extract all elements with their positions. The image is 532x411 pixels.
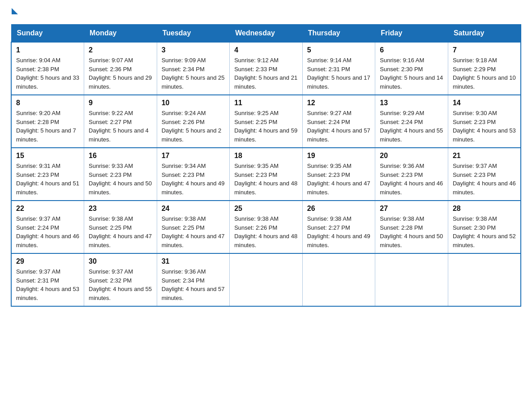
day-number: 16	[89, 152, 152, 160]
day-info: Sunrise: 9:36 AMSunset: 2:34 PMDaylight:…	[162, 267, 225, 302]
day-info: Sunrise: 9:29 AMSunset: 2:24 PMDaylight:…	[380, 109, 443, 144]
day-info: Sunrise: 9:34 AMSunset: 2:23 PMDaylight:…	[162, 162, 225, 197]
logo-triangle-icon	[12, 8, 18, 14]
day-info: Sunrise: 9:38 AMSunset: 2:25 PMDaylight:…	[89, 214, 152, 249]
calendar-day-cell: 22Sunrise: 9:37 AMSunset: 2:24 PMDayligh…	[11, 201, 84, 253]
day-number: 20	[380, 152, 443, 160]
calendar-day-cell: 3Sunrise: 9:09 AMSunset: 2:34 PMDaylight…	[157, 42, 230, 95]
calendar-week-row: 22Sunrise: 9:37 AMSunset: 2:24 PMDayligh…	[11, 201, 521, 253]
day-info: Sunrise: 9:18 AMSunset: 2:29 PMDaylight:…	[453, 56, 516, 91]
day-number: 15	[16, 152, 79, 160]
day-number: 18	[234, 152, 298, 160]
day-info: Sunrise: 9:38 AMSunset: 2:25 PMDaylight:…	[162, 214, 225, 249]
calendar-day-header: Sunday	[11, 25, 84, 43]
day-info: Sunrise: 9:24 AMSunset: 2:26 PMDaylight:…	[162, 109, 225, 144]
day-info: Sunrise: 9:38 AMSunset: 2:28 PMDaylight:…	[380, 214, 443, 249]
day-number: 27	[380, 205, 443, 213]
calendar-table: SundayMondayTuesdayWednesdayThursdayFrid…	[11, 24, 521, 307]
day-number: 24	[162, 205, 225, 213]
calendar-day-cell: 19Sunrise: 9:35 AMSunset: 2:23 PMDayligh…	[302, 148, 375, 201]
calendar-day-cell: 13Sunrise: 9:29 AMSunset: 2:24 PMDayligh…	[375, 95, 448, 148]
day-info: Sunrise: 9:35 AMSunset: 2:23 PMDaylight:…	[234, 162, 298, 197]
day-info: Sunrise: 9:31 AMSunset: 2:23 PMDaylight:…	[16, 162, 79, 197]
day-info: Sunrise: 9:38 AMSunset: 2:30 PMDaylight:…	[453, 214, 516, 249]
calendar-day-cell	[230, 253, 303, 306]
calendar-day-cell: 24Sunrise: 9:38 AMSunset: 2:25 PMDayligh…	[157, 201, 230, 253]
day-info: Sunrise: 9:30 AMSunset: 2:23 PMDaylight:…	[453, 109, 516, 144]
calendar-day-cell: 25Sunrise: 9:38 AMSunset: 2:26 PMDayligh…	[230, 201, 303, 253]
day-info: Sunrise: 9:27 AMSunset: 2:24 PMDaylight:…	[307, 109, 371, 144]
day-info: Sunrise: 9:16 AMSunset: 2:30 PMDaylight:…	[380, 56, 443, 91]
calendar-day-cell: 29Sunrise: 9:37 AMSunset: 2:31 PMDayligh…	[11, 253, 84, 306]
day-number: 23	[89, 205, 152, 213]
day-number: 26	[307, 205, 371, 213]
calendar-day-cell: 5Sunrise: 9:14 AMSunset: 2:31 PMDaylight…	[302, 42, 375, 95]
calendar-day-cell: 16Sunrise: 9:33 AMSunset: 2:23 PMDayligh…	[84, 148, 157, 201]
calendar-day-cell: 9Sunrise: 9:22 AMSunset: 2:27 PMDaylight…	[84, 95, 157, 148]
day-info: Sunrise: 9:14 AMSunset: 2:31 PMDaylight:…	[307, 56, 371, 91]
day-number: 3	[162, 46, 225, 54]
day-number: 29	[16, 257, 79, 265]
day-info: Sunrise: 9:07 AMSunset: 2:36 PMDaylight:…	[89, 56, 152, 91]
day-info: Sunrise: 9:35 AMSunset: 2:23 PMDaylight:…	[307, 162, 371, 197]
calendar-day-cell: 10Sunrise: 9:24 AMSunset: 2:26 PMDayligh…	[157, 95, 230, 148]
calendar-day-cell: 28Sunrise: 9:38 AMSunset: 2:30 PMDayligh…	[448, 201, 521, 253]
day-info: Sunrise: 9:37 AMSunset: 2:32 PMDaylight:…	[89, 267, 152, 302]
day-number: 6	[380, 46, 443, 54]
day-number: 7	[453, 46, 516, 54]
day-number: 30	[89, 257, 152, 265]
day-number: 19	[307, 152, 371, 160]
calendar-header-row: SundayMondayTuesdayWednesdayThursdayFrid…	[11, 25, 521, 43]
calendar-day-cell: 7Sunrise: 9:18 AMSunset: 2:29 PMDaylight…	[448, 42, 521, 95]
calendar-week-row: 15Sunrise: 9:31 AMSunset: 2:23 PMDayligh…	[11, 148, 521, 201]
day-info: Sunrise: 9:37 AMSunset: 2:31 PMDaylight:…	[16, 267, 79, 302]
calendar-day-cell: 17Sunrise: 9:34 AMSunset: 2:23 PMDayligh…	[157, 148, 230, 201]
calendar-day-header: Tuesday	[157, 25, 230, 43]
calendar-day-cell: 26Sunrise: 9:38 AMSunset: 2:27 PMDayligh…	[302, 201, 375, 253]
calendar-week-row: 1Sunrise: 9:04 AMSunset: 2:38 PMDaylight…	[11, 42, 521, 95]
day-info: Sunrise: 9:22 AMSunset: 2:27 PMDaylight:…	[89, 109, 152, 144]
day-number: 14	[453, 99, 516, 107]
calendar-day-header: Friday	[375, 25, 448, 43]
day-number: 13	[380, 99, 443, 107]
day-info: Sunrise: 9:37 AMSunset: 2:23 PMDaylight:…	[453, 162, 516, 197]
calendar-day-cell: 27Sunrise: 9:38 AMSunset: 2:28 PMDayligh…	[375, 201, 448, 253]
day-number: 25	[234, 205, 298, 213]
day-info: Sunrise: 9:38 AMSunset: 2:27 PMDaylight:…	[307, 214, 371, 249]
day-number: 11	[234, 99, 298, 107]
day-info: Sunrise: 9:25 AMSunset: 2:25 PMDaylight:…	[234, 109, 298, 144]
day-number: 5	[307, 46, 371, 54]
calendar-day-cell	[375, 253, 448, 306]
day-info: Sunrise: 9:38 AMSunset: 2:26 PMDaylight:…	[234, 214, 298, 249]
calendar-week-row: 29Sunrise: 9:37 AMSunset: 2:31 PMDayligh…	[11, 253, 521, 306]
calendar-day-cell: 12Sunrise: 9:27 AMSunset: 2:24 PMDayligh…	[302, 95, 375, 148]
calendar-day-cell: 11Sunrise: 9:25 AMSunset: 2:25 PMDayligh…	[230, 95, 303, 148]
day-number: 21	[453, 152, 516, 160]
day-number: 22	[16, 205, 79, 213]
day-info: Sunrise: 9:37 AMSunset: 2:24 PMDaylight:…	[16, 214, 79, 249]
calendar-day-cell: 8Sunrise: 9:20 AMSunset: 2:28 PMDaylight…	[11, 95, 84, 148]
day-number: 2	[89, 46, 152, 54]
calendar-day-cell	[448, 253, 521, 306]
calendar-day-cell: 21Sunrise: 9:37 AMSunset: 2:23 PMDayligh…	[448, 148, 521, 201]
calendar-day-cell: 15Sunrise: 9:31 AMSunset: 2:23 PMDayligh…	[11, 148, 84, 201]
calendar-day-cell: 31Sunrise: 9:36 AMSunset: 2:34 PMDayligh…	[157, 253, 230, 306]
calendar-day-cell: 23Sunrise: 9:38 AMSunset: 2:25 PMDayligh…	[84, 201, 157, 253]
calendar-day-cell: 1Sunrise: 9:04 AMSunset: 2:38 PMDaylight…	[11, 42, 84, 95]
calendar-day-cell: 4Sunrise: 9:12 AMSunset: 2:33 PMDaylight…	[230, 42, 303, 95]
calendar-day-cell	[302, 253, 375, 306]
page-header	[11, 11, 521, 17]
day-info: Sunrise: 9:04 AMSunset: 2:38 PMDaylight:…	[16, 56, 79, 91]
day-number: 17	[162, 152, 225, 160]
day-number: 31	[162, 257, 225, 265]
calendar-day-header: Wednesday	[230, 25, 303, 43]
logo	[11, 11, 18, 17]
day-number: 28	[453, 205, 516, 213]
day-number: 8	[16, 99, 79, 107]
calendar-day-cell: 20Sunrise: 9:36 AMSunset: 2:23 PMDayligh…	[375, 148, 448, 201]
day-number: 12	[307, 99, 371, 107]
day-number: 9	[89, 99, 152, 107]
calendar-day-cell: 30Sunrise: 9:37 AMSunset: 2:32 PMDayligh…	[84, 253, 157, 306]
calendar-day-header: Saturday	[448, 25, 521, 43]
calendar-day-cell: 18Sunrise: 9:35 AMSunset: 2:23 PMDayligh…	[230, 148, 303, 201]
